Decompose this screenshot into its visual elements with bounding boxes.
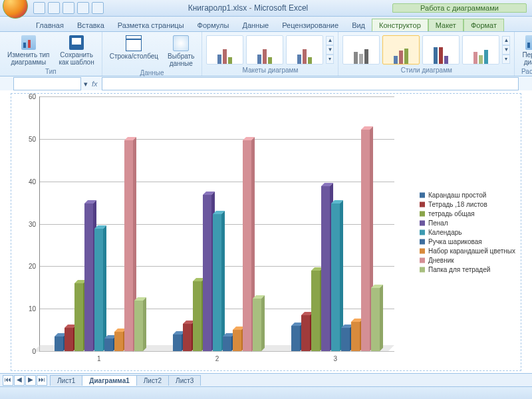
bar[interactable] [55, 336, 63, 351]
bar[interactable] [193, 281, 201, 351]
bar[interactable] [114, 332, 123, 351]
print-icon[interactable] [77, 2, 89, 14]
bar[interactable] [321, 186, 330, 351]
bar[interactable] [124, 140, 133, 352]
group-layouts-label: Макеты диаграмм [242, 66, 298, 74]
save-template-button[interactable]: Сохранить как шаблон [55, 33, 97, 68]
legend-item[interactable]: Пенал [420, 219, 515, 227]
legend-item[interactable]: Календарь [420, 229, 515, 236]
bar[interactable] [311, 271, 320, 351]
sheet-tab-Диаграмма1[interactable]: Диаграмма1 [82, 375, 136, 386]
tab-Вид[interactable]: Вид [345, 19, 372, 31]
legend-item[interactable]: Папка для тетрадей [420, 266, 515, 273]
bar[interactable] [243, 140, 251, 352]
y-tick-label: 10 [29, 305, 36, 313]
bar[interactable] [134, 301, 143, 351]
tab-Макет[interactable]: Макет [428, 19, 464, 31]
bar[interactable] [213, 214, 221, 351]
name-box[interactable] [13, 77, 81, 90]
bar[interactable] [351, 322, 360, 351]
legend-label: тетрадь общая [428, 210, 475, 217]
sheet-nav-first[interactable]: ⏮ [3, 375, 13, 386]
y-tick-label: 30 [29, 220, 36, 227]
dropdown-icon[interactable]: ▾ [84, 80, 88, 88]
sheet-tab-Лист3[interactable]: Лист3 [168, 375, 201, 386]
y-tick-label: 40 [29, 178, 36, 185]
office-button[interactable] [3, 0, 28, 19]
legend-item[interactable]: Набор карандашей цветных [420, 247, 515, 255]
bar[interactable] [223, 336, 231, 351]
bar[interactable] [331, 203, 340, 351]
sheet-nav-prev[interactable]: ◀ [14, 375, 25, 386]
sheet-nav-next[interactable]: ▶ [25, 375, 36, 386]
ribbon-tabs: ГлавнаяВставкаРазметка страницыФормулыДа… [0, 17, 532, 32]
chart-style-3[interactable] [422, 35, 460, 65]
move-chart-button[interactable]: Перем диагр [519, 33, 532, 68]
chart-layout-1[interactable] [206, 35, 243, 65]
quick-access-toolbar [33, 2, 104, 14]
chart-style-1[interactable] [342, 35, 380, 65]
formula-input[interactable] [102, 77, 519, 90]
move-chart-label: Перем диагр [522, 51, 532, 66]
bar[interactable] [84, 203, 93, 351]
tab-Разметка страницы[interactable]: Разметка страницы [111, 19, 191, 31]
tab-Формат[interactable]: Формат [464, 19, 504, 31]
bar[interactable] [371, 288, 380, 351]
bar[interactable] [233, 330, 241, 351]
change-chart-type-button[interactable]: Изменить тип диаграммы [4, 33, 53, 68]
layout-scroll-0[interactable]: ▲ [326, 36, 334, 45]
bar[interactable] [253, 299, 261, 351]
bar[interactable] [203, 195, 211, 351]
chart-style-2[interactable] [382, 35, 420, 65]
chart-layout-3[interactable] [286, 35, 323, 65]
layout-scroll-2[interactable]: ▾ [326, 55, 334, 64]
style-scroll-1[interactable]: ▼ [502, 45, 510, 55]
legend[interactable]: Карандаш простойТетрадь ,18 листовтетрад… [420, 190, 515, 275]
legend-item[interactable]: Карандаш простой [420, 192, 515, 199]
legend-item[interactable]: тетрадь общая [420, 210, 515, 217]
sheet-tabs: ⏮ ◀ ▶ ⏭ Лист1Диаграмма1Лист2Лист3 [0, 373, 532, 387]
undo-icon[interactable] [48, 2, 60, 14]
legend-item[interactable]: Ручка шариковая [420, 238, 515, 245]
legend-swatch [420, 229, 425, 235]
layout-scroll-1[interactable]: ▼ [326, 45, 334, 55]
style-scroll-2[interactable]: ▾ [502, 55, 510, 64]
switch-row-col-button[interactable]: Строка/столбец [106, 33, 162, 62]
legend-swatch [420, 239, 425, 244]
bar[interactable] [65, 328, 73, 351]
gridline [40, 96, 394, 97]
open-icon[interactable] [92, 2, 104, 14]
bar[interactable] [94, 229, 103, 351]
sheet-tab-Лист1[interactable]: Лист1 [50, 375, 82, 386]
gridline [40, 182, 394, 182]
sheet-nav-last[interactable]: ⏭ [37, 375, 47, 386]
chart-layout-2[interactable] [246, 35, 283, 65]
style-scroll-0[interactable]: ▲ [502, 36, 510, 45]
chart-object[interactable]: 0102030405060123 Карандаш простойТетрадь… [11, 93, 521, 371]
plot-area[interactable]: 0102030405060123 [39, 96, 394, 352]
bar[interactable] [301, 315, 310, 351]
tab-Данные[interactable]: Данные [235, 19, 275, 31]
select-data-button[interactable]: Выбрать данные [164, 33, 198, 69]
fx-icon[interactable]: fx [92, 80, 98, 88]
tab-Рецензирование[interactable]: Рецензирование [275, 19, 345, 31]
legend-item[interactable]: Дневник [420, 257, 515, 264]
bar[interactable] [173, 334, 182, 351]
bar[interactable] [183, 324, 192, 351]
bar[interactable] [341, 328, 350, 351]
legend-label: Ручка шариковая [428, 238, 482, 245]
bar[interactable] [361, 130, 370, 351]
sheet-tab-Лист2[interactable]: Лист2 [136, 375, 169, 386]
tab-Главная[interactable]: Главная [29, 19, 70, 31]
tab-Конструктор[interactable]: Конструктор [372, 19, 428, 31]
legend-item[interactable]: Тетрадь ,18 листов [420, 201, 515, 208]
bar[interactable] [74, 283, 83, 351]
chart-style-4[interactable] [462, 35, 499, 65]
x-tick-label: 1 [97, 355, 101, 362]
tab-Формулы[interactable]: Формулы [191, 19, 236, 31]
tab-Вставка[interactable]: Вставка [70, 19, 111, 31]
bar[interactable] [104, 338, 113, 351]
save-icon[interactable] [33, 2, 45, 14]
bar[interactable] [291, 326, 300, 351]
redo-icon[interactable] [63, 2, 74, 14]
